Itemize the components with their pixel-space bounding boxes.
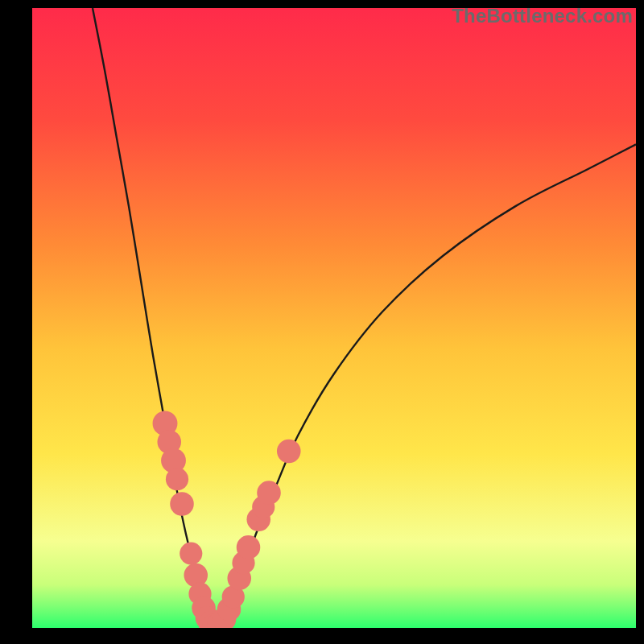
gradient-background: [32, 8, 636, 628]
chart-stage: TheBottleneck.com: [0, 0, 644, 644]
data-marker: [257, 481, 281, 505]
data-marker: [180, 543, 202, 565]
data-marker: [277, 440, 301, 464]
plot-area: [32, 8, 636, 628]
data-marker: [170, 492, 194, 516]
data-marker: [237, 535, 261, 559]
data-marker: [166, 468, 188, 490]
chart-svg: [32, 8, 636, 628]
